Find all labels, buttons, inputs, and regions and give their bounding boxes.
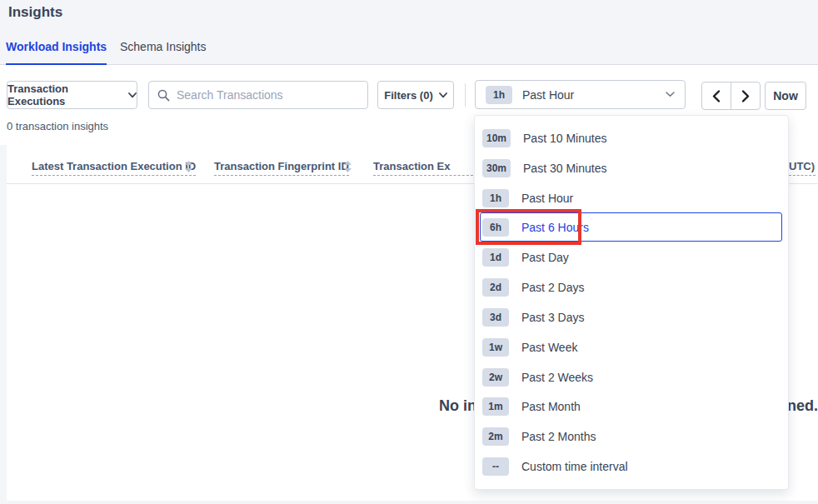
- time-range-badge: 1h: [486, 86, 512, 104]
- time-option-badge: --: [482, 457, 509, 476]
- column-header-transaction-execution[interactable]: Transaction Ex: [373, 160, 477, 176]
- time-option-label: Past 2 Days: [521, 281, 584, 294]
- time-option-label: Past 30 Minutes: [523, 162, 606, 175]
- empty-state-text-right: ned.: [787, 397, 818, 415]
- time-prev-button[interactable]: [701, 82, 731, 110]
- time-option-past-6-hours[interactable]: 6h Past 6 Hours: [475, 212, 788, 242]
- time-option-badge: 3d: [482, 308, 509, 327]
- time-option-label: Past Week: [521, 341, 577, 354]
- tab-schema-insights[interactable]: Schema Insights: [120, 40, 207, 65]
- filters-button[interactable]: Filters (0): [377, 81, 454, 109]
- time-option-past-2-months[interactable]: 2m Past 2 Months: [475, 422, 788, 452]
- time-option-past-10-minutes[interactable]: 10m Past 10 Minutes: [475, 123, 788, 153]
- search-box[interactable]: [148, 81, 368, 109]
- chevron-down-icon: [128, 92, 137, 98]
- time-option-past-month[interactable]: 1m Past Month: [475, 392, 788, 422]
- column-header-utc[interactable]: UTC): [789, 160, 816, 176]
- toolbar-divider: [465, 83, 466, 107]
- search-icon: [157, 89, 170, 102]
- time-range-picker[interactable]: 1h Past Hour: [475, 80, 686, 109]
- page-title: Insights: [8, 4, 62, 21]
- time-option-label: Past 2 Months: [521, 430, 596, 443]
- header-band: Insights Workload Insights Schema Insigh…: [0, 0, 818, 65]
- search-input[interactable]: [177, 88, 359, 102]
- time-option-badge: 2d: [482, 278, 509, 297]
- time-option-badge: 1h: [482, 189, 509, 207]
- time-option-past-day[interactable]: 1d Past Day: [475, 242, 788, 272]
- time-option-badge: 10m: [482, 129, 511, 147]
- time-option-label: Past 2 Weeks: [521, 371, 593, 384]
- time-option-badge: 2w: [482, 368, 509, 387]
- time-option-badge: 30m: [482, 159, 511, 177]
- time-option-label: Past 6 Hours: [521, 221, 589, 234]
- filters-label: Filters (0): [384, 89, 433, 102]
- time-option-custom-interval[interactable]: -- Custom time interval: [475, 452, 788, 482]
- insights-count: 0 transaction insights: [7, 120, 108, 132]
- time-range-dropdown: 10m Past 10 Minutes 30m Past 30 Minutes …: [474, 115, 789, 490]
- time-option-label: Past Month: [521, 400, 581, 413]
- empty-state-text-left: No in: [439, 397, 476, 415]
- time-option-past-2-days[interactable]: 2d Past 2 Days: [475, 272, 788, 302]
- tab-workload-insights[interactable]: Workload Insights: [6, 40, 107, 65]
- chevron-down-icon: [439, 92, 447, 98]
- time-next-button[interactable]: [731, 82, 761, 110]
- time-option-label: Custom time interval: [521, 460, 628, 473]
- transaction-type-select[interactable]: Transaction Executions: [7, 81, 137, 109]
- time-option-label: Past 10 Minutes: [523, 132, 606, 145]
- sort-icon[interactable]: [185, 161, 192, 172]
- chevron-down-icon: [666, 92, 675, 97]
- time-option-past-week[interactable]: 1w Past Week: [475, 332, 788, 362]
- time-option-past-30-minutes[interactable]: 30m Past 30 Minutes: [475, 153, 788, 183]
- time-option-badge: 2m: [482, 427, 509, 446]
- now-button[interactable]: Now: [765, 82, 806, 110]
- time-option-past-2-weeks[interactable]: 2w Past 2 Weeks: [475, 362, 788, 392]
- column-header-latest-transaction-execution-id[interactable]: Latest Transaction Execution ID: [32, 160, 196, 176]
- chevron-left-icon: [712, 90, 721, 102]
- time-option-badge: 6h: [482, 218, 509, 237]
- time-option-past-3-days[interactable]: 3d Past 3 Days: [475, 302, 788, 332]
- transaction-type-label: Transaction Executions: [7, 82, 122, 107]
- sort-icon[interactable]: [344, 161, 352, 172]
- chevron-right-icon: [741, 90, 750, 102]
- time-option-label: Past Hour: [521, 192, 573, 205]
- time-option-label: Past Day: [521, 251, 569, 264]
- time-option-badge: 1m: [482, 397, 509, 416]
- column-header-transaction-fingerprint-id[interactable]: Transaction Fingerprint ID: [214, 160, 349, 176]
- time-option-label: Past 3 Days: [521, 311, 584, 324]
- time-range-label: Past Hour: [522, 88, 656, 102]
- time-option-past-hour[interactable]: 1h Past Hour: [475, 183, 788, 213]
- time-option-badge: 1d: [482, 248, 509, 267]
- time-option-badge: 1w: [482, 338, 509, 357]
